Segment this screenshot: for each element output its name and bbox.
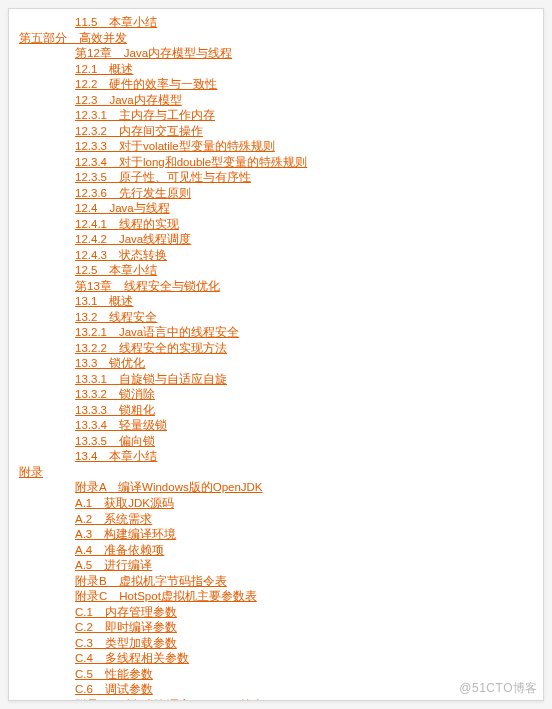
toc-row: A.2 系统需求 [75,512,533,528]
toc-row: A.4 准备依赖项 [75,543,533,559]
toc-part-link[interactable]: 附录 [19,466,43,478]
toc-entry-link[interactable]: 11.5 本章小结 [75,16,157,28]
toc-entry-link[interactable]: A.2 系统需求 [75,513,152,525]
toc-row: A.1 获取JDK源码 [75,496,533,512]
toc-entry-link[interactable]: 12.3.6 先行发生原则 [75,187,191,199]
toc-row: 12.3.5 原子性、可见性与有序性 [75,170,533,186]
toc-row: 13.2.1 Java语言中的线程安全 [75,325,533,341]
toc-row: 第12章 Java内存模型与线程 [75,46,533,62]
toc-row: 13.3.5 偏向锁 [75,434,533,450]
toc-row: 13.3.4 轻量级锁 [75,418,533,434]
table-of-contents: 11.5 本章小结第五部分 高效并发第12章 Java内存模型与线程12.1 概… [19,15,533,701]
toc-row: 12.4 Java与线程 [75,201,533,217]
toc-row: 附录B 虚拟机字节码指令表 [75,574,533,590]
toc-row: C.1 内存管理参数 [75,605,533,621]
toc-row: C.6 调试参数 [75,682,533,698]
toc-entry-link[interactable]: 13.3.3 锁粗化 [75,404,155,416]
toc-row: 12.5 本章小结 [75,263,533,279]
toc-entry-link[interactable]: 12.3.5 原子性、可见性与有序性 [75,171,251,183]
toc-entry-link[interactable]: 附录C HotSpot虚拟机主要参数表 [75,590,257,602]
toc-row: 12.3.2 内存间交互操作 [75,124,533,140]
toc-entry-link[interactable]: 附录A 编译Windows版的OpenJDK [75,481,263,493]
toc-row: C.3 类型加载参数 [75,636,533,652]
toc-row: 附录 [19,465,533,481]
toc-entry-link[interactable]: 附录B 虚拟机字节码指令表 [75,575,227,587]
toc-entry-link[interactable]: C.3 类型加载参数 [75,637,177,649]
toc-entry-link[interactable]: 12.3.1 主内存与工作内存 [75,109,215,121]
toc-row: 13.4 本章小结 [75,449,533,465]
toc-entry-link[interactable]: 12.4.1 线程的实现 [75,218,179,230]
toc-row: 13.3 锁优化 [75,356,533,372]
toc-entry-link[interactable]: A.3 构建编译环境 [75,528,176,540]
toc-row: 第13章 线程安全与锁优化 [75,279,533,295]
toc-row: 12.3.4 对于long和double型变量的特殊规则 [75,155,533,171]
toc-entry-link[interactable]: 13.2.1 Java语言中的线程安全 [75,326,239,338]
toc-entry-link[interactable]: C.5 性能参数 [75,668,153,680]
toc-entry-link[interactable]: 13.3.5 偏向锁 [75,435,155,447]
toc-row: C.4 多线程相关参数 [75,651,533,667]
toc-entry-link[interactable]: 13.3 锁优化 [75,357,145,369]
toc-row: 13.2.2 线程安全的实现方法 [75,341,533,357]
toc-row: 附录C HotSpot虚拟机主要参数表 [75,589,533,605]
toc-row: A.3 构建编译环境 [75,527,533,543]
toc-entry-link[interactable]: 12.3.4 对于long和double型变量的特殊规则 [75,156,307,168]
toc-entry-link[interactable]: 13.3.4 轻量级锁 [75,419,167,431]
toc-row: 12.3.6 先行发生原则 [75,186,533,202]
toc-row: 12.3.1 主内存与工作内存 [75,108,533,124]
toc-entry-link[interactable]: 附录D 对象查询语言（OQL）简介 [75,699,264,701]
toc-entry-link[interactable]: C.1 内存管理参数 [75,606,177,618]
toc-row: 13.2 线程安全 [75,310,533,326]
toc-entry-link[interactable]: 第13章 线程安全与锁优化 [75,280,220,292]
toc-entry-link[interactable]: C.4 多线程相关参数 [75,652,189,664]
toc-row: 13.3.2 锁消除 [75,387,533,403]
document-page: 11.5 本章小结第五部分 高效并发第12章 Java内存模型与线程12.1 概… [8,8,544,701]
toc-entry-link[interactable]: 第12章 Java内存模型与线程 [75,47,232,59]
toc-row: 12.2 硬件的效率与一致性 [75,77,533,93]
toc-entry-link[interactable]: 12.3.2 内存间交互操作 [75,125,203,137]
toc-entry-link[interactable]: 12.1 概述 [75,63,133,75]
toc-entry-link[interactable]: 13.3.1 自旋锁与自适应自旋 [75,373,227,385]
toc-entry-link[interactable]: 12.4.3 状态转换 [75,249,167,261]
toc-row: A.5 进行编译 [75,558,533,574]
toc-entry-link[interactable]: 12.3.3 对于volatile型变量的特殊规则 [75,140,275,152]
toc-entry-link[interactable]: 12.5 本章小结 [75,264,157,276]
toc-row: 12.4.1 线程的实现 [75,217,533,233]
toc-entry-link[interactable]: 12.2 硬件的效率与一致性 [75,78,217,90]
toc-row: 附录D 对象查询语言（OQL）简介 [75,698,533,701]
toc-entry-link[interactable]: 13.1 概述 [75,295,133,307]
toc-row: 12.1 概述 [75,62,533,78]
toc-part-link[interactable]: 第五部分 高效并发 [19,32,127,44]
toc-entry-link[interactable]: A.4 准备依赖项 [75,544,164,556]
toc-entry-link[interactable]: 12.4 Java与线程 [75,202,170,214]
toc-entry-link[interactable]: 12.3 Java内存模型 [75,94,182,106]
toc-entry-link[interactable]: 13.2.2 线程安全的实现方法 [75,342,227,354]
toc-row: 12.3.3 对于volatile型变量的特殊规则 [75,139,533,155]
toc-entry-link[interactable]: A.1 获取JDK源码 [75,497,174,509]
toc-entry-link[interactable]: A.5 进行编译 [75,559,152,571]
toc-entry-link[interactable]: C.6 调试参数 [75,683,153,695]
toc-row: 12.4.3 状态转换 [75,248,533,264]
toc-entry-link[interactable]: 13.4 本章小结 [75,450,157,462]
toc-row: 第五部分 高效并发 [19,31,533,47]
toc-entry-link[interactable]: 13.2 线程安全 [75,311,157,323]
toc-entry-link[interactable]: 12.4.2 Java线程调度 [75,233,191,245]
toc-row: 13.1 概述 [75,294,533,310]
toc-entry-link[interactable]: C.2 即时编译参数 [75,621,177,633]
toc-row: C.2 即时编译参数 [75,620,533,636]
toc-row: 12.3 Java内存模型 [75,93,533,109]
toc-row: 附录A 编译Windows版的OpenJDK [75,480,533,496]
toc-row: 12.4.2 Java线程调度 [75,232,533,248]
toc-row: 13.3.1 自旋锁与自适应自旋 [75,372,533,388]
toc-row: 11.5 本章小结 [75,15,533,31]
toc-row: 13.3.3 锁粗化 [75,403,533,419]
toc-entry-link[interactable]: 13.3.2 锁消除 [75,388,155,400]
toc-row: C.5 性能参数 [75,667,533,683]
